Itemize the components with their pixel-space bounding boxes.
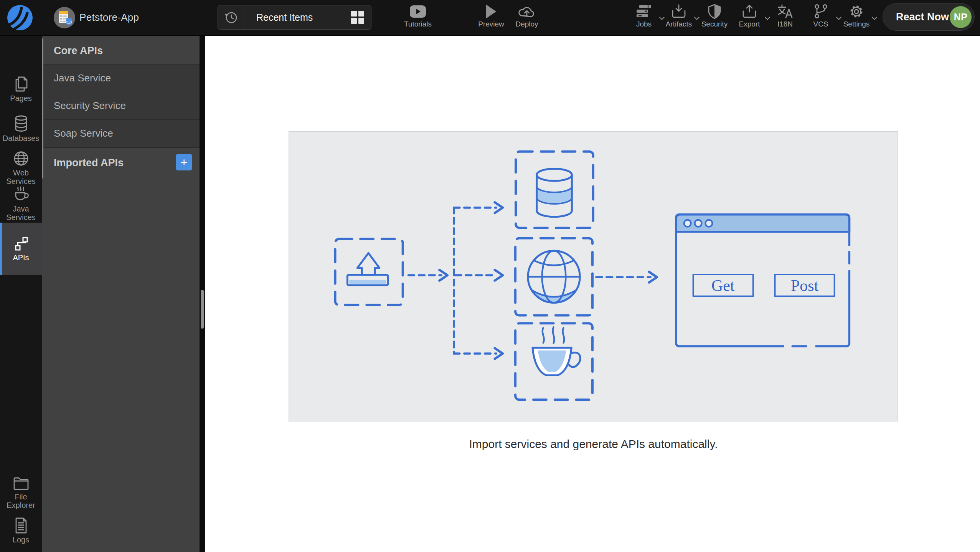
top-header: Petstore-App Recent Items Tutorials Prev…	[0, 0, 980, 36]
browser-window-graphic: Get Post	[676, 215, 852, 349]
core-apis-header-label: Core APIs	[54, 45, 103, 57]
upload-box	[335, 239, 403, 305]
settings-gear-icon	[833, 4, 879, 19]
sidebar-item-label: Web Services	[0, 169, 42, 186]
sidebar-item-file-explorer[interactable]: File Explorer	[0, 476, 42, 510]
sidebar-item-databases[interactable]: Databases	[0, 115, 42, 142]
sidebar-item-label: APIs	[0, 253, 42, 262]
service-item-java[interactable]: Java Service	[42, 64, 200, 92]
sidebar-item-web-services[interactable]: Web Services	[0, 150, 42, 186]
core-apis-header: Core APIs	[42, 38, 200, 64]
active-indicator	[0, 223, 2, 275]
recent-items-label: Recent Items	[244, 12, 351, 23]
apis-panel: Core APIs Java Service Security Service …	[42, 36, 200, 552]
add-api-button[interactable]: +	[176, 154, 192, 170]
window-dot-icon	[695, 220, 702, 227]
dashboard-grid-icon[interactable]	[351, 11, 364, 24]
react-now-label: React Now	[883, 11, 950, 23]
app-icon	[53, 7, 76, 29]
post-button-label: Post	[791, 277, 818, 294]
deploy-label: Deploy	[504, 20, 550, 28]
tutorials-label: Tutorials	[395, 20, 441, 28]
globe-icon	[13, 150, 30, 167]
sidebar-item-pages[interactable]: Pages	[0, 76, 42, 102]
database-icon	[537, 169, 572, 217]
service-item-label: Soap Service	[54, 127, 113, 139]
import-services-illustration: Get Post	[289, 131, 898, 421]
window-dot-icon	[705, 220, 712, 227]
chevron-down-icon	[872, 15, 877, 20]
window-dot-icon	[684, 220, 691, 227]
coffee-cup-icon	[533, 327, 581, 375]
imported-apis-header-label: Imported APIs	[54, 157, 124, 169]
tutorials-button[interactable]: Tutorials	[395, 4, 441, 28]
scrollbar-thumb[interactable]	[201, 290, 204, 329]
imported-apis-header: Imported APIs +	[42, 147, 200, 178]
service-item-label: Security Service	[54, 100, 126, 112]
sidebar-item-label: File Explorer	[0, 493, 42, 510]
arrow-heads	[439, 202, 657, 359]
flow-arrows	[409, 208, 651, 354]
globe-icon	[528, 251, 580, 302]
apis-icon	[13, 236, 30, 252]
service-item-label: Java Service	[54, 72, 111, 84]
database-icon	[13, 115, 29, 132]
services-flow-diagram: Get Post	[289, 132, 898, 421]
wavemaker-logo-icon[interactable]	[5, 2, 35, 33]
sidebar-item-label: Databases	[0, 134, 42, 142]
illustration-caption: Import services and generate APIs automa…	[289, 438, 898, 451]
history-icon[interactable]	[218, 5, 244, 29]
left-icon-sidebar: Pages Databases Web Services Java Servic…	[0, 36, 42, 552]
panel-scrollbar[interactable]	[42, 38, 43, 178]
upload-icon	[347, 253, 388, 285]
service-item-soap[interactable]: Soap Service	[42, 120, 200, 147]
get-button-label: Get	[711, 277, 735, 294]
service-item-security[interactable]: Security Service	[42, 92, 200, 120]
react-now-button[interactable]: React Now NP	[883, 3, 975, 31]
app-title: Petstore-App	[79, 12, 139, 23]
recent-items-selector[interactable]: Recent Items	[218, 5, 371, 30]
sidebar-item-label: Java Services	[0, 205, 42, 222]
sidebar-item-label: Logs	[0, 535, 42, 544]
deploy-button[interactable]: Deploy	[504, 4, 550, 28]
coffee-cup-icon	[13, 186, 30, 203]
main-content: Get Post Import services and generate AP…	[205, 36, 980, 552]
settings-menu[interactable]: Settings	[833, 4, 879, 28]
avatar[interactable]: NP	[950, 6, 972, 28]
folder-icon	[13, 476, 30, 491]
sidebar-item-java-services[interactable]: Java Services	[0, 186, 42, 222]
pages-icon	[13, 76, 29, 93]
sidebar-item-label: Pages	[0, 94, 42, 102]
sidebar-item-logs[interactable]: Logs	[0, 517, 42, 544]
sidebar-item-apis[interactable]: APIs	[0, 223, 42, 275]
panel-gutter	[200, 36, 205, 552]
tutorials-play-icon	[395, 4, 441, 19]
deploy-cloud-icon	[504, 4, 550, 19]
log-document-icon	[13, 517, 29, 534]
settings-label: Settings	[833, 20, 879, 28]
